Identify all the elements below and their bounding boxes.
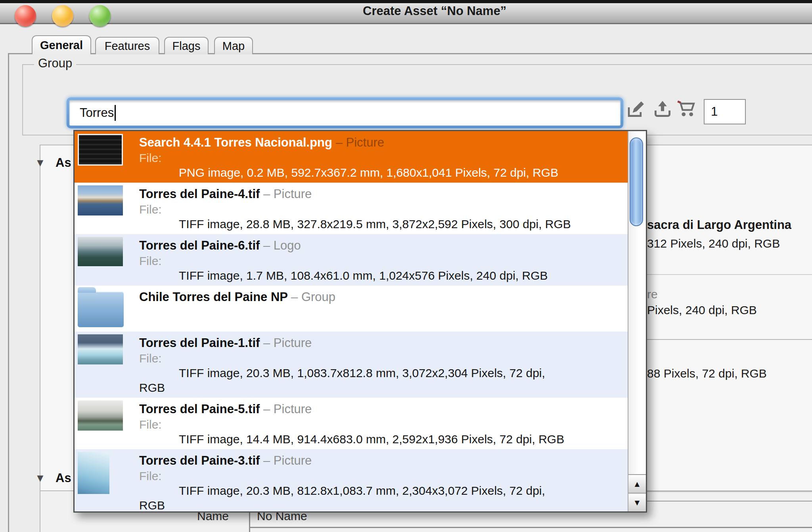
tab-flags[interactable]: Flags	[164, 37, 209, 54]
suggestions-list: Search 4.4.1 Torres Nacional.png – Pictu…	[75, 131, 628, 511]
item-name: Torres del Paine-5.tif	[139, 402, 260, 416]
file-label: File:	[139, 254, 162, 267]
file-info: PNG image, 0.2 MB, 592.7x367.2 mm, 1,680…	[179, 166, 558, 179]
zoom-button[interactable]	[89, 5, 111, 27]
asset-detail-fragment: 88 Pixels, 72 dpi, RGB	[647, 367, 812, 380]
tab-label: General	[40, 39, 83, 52]
list-item[interactable]: Search 4.4.1 Torres Nacional.png – Pictu…	[75, 131, 628, 183]
item-name: Torres del Paine-4.tif	[139, 187, 260, 201]
item-type: – Group	[291, 290, 335, 304]
tab-label: Features	[105, 40, 150, 53]
asset-title-fragment: sacra di Largo Argentina	[647, 218, 812, 232]
asset-row-fragment[interactable]: re Pixels, 240 dpi, RGB	[647, 288, 812, 317]
mountain-photo-thumbnail	[78, 185, 123, 215]
screenshot-thumbnail	[78, 134, 123, 166]
asset-type-fragment: re	[647, 288, 812, 301]
disclosure-triangle-icon[interactable]: ▼	[35, 472, 46, 484]
item-name: Search 4.4.1 Torres Nacional.png	[139, 135, 332, 149]
minimize-button[interactable]	[52, 5, 73, 27]
group-fieldset-label: Group	[34, 56, 76, 71]
cart-icon[interactable]	[676, 100, 696, 120]
count-input[interactable]: 1	[704, 99, 746, 124]
scroll-up-button[interactable]: ▲	[628, 474, 646, 493]
item-name: Chile Torres del Paine NP	[139, 290, 287, 304]
upload-icon[interactable]	[653, 100, 672, 120]
file-label: File:	[139, 151, 162, 164]
tab-features[interactable]: Features	[95, 37, 159, 54]
asset-row-fragment[interactable]: sacra di Largo Argentina 312 Pixels, 240…	[647, 218, 812, 250]
row-divider	[646, 339, 812, 340]
ice-photo-thumbnail	[78, 452, 109, 494]
item-name: Torres del Paine-6.tif	[139, 238, 260, 252]
scrollbar-thumb[interactable]	[630, 137, 643, 226]
down-arrow-icon: ▼	[633, 498, 642, 507]
item-name: Torres del Paine-3.tif	[139, 454, 260, 467]
box-border-line	[646, 491, 812, 492]
box-border-line	[646, 501, 812, 501]
item-type: – Picture	[263, 454, 312, 467]
glacier-photo-thumbnail	[78, 334, 123, 364]
list-item[interactable]: Torres del Paine-5.tif – Picture File: T…	[75, 398, 628, 449]
screen-top-strip	[0, 0, 812, 3]
asset-detail-fragment: Pixels, 240 dpi, RGB	[647, 303, 812, 317]
file-label: File:	[139, 203, 162, 216]
disclosure-triangle-icon[interactable]: ▼	[35, 157, 46, 169]
file-info: TIFF image, 1.7 MB, 108.4x61.0 mm, 1,024…	[179, 269, 548, 282]
folder-icon	[78, 292, 124, 327]
scroll-down-button[interactable]: ▼	[628, 493, 646, 511]
tab-label: Flags	[172, 40, 201, 53]
tab-general[interactable]: General	[32, 35, 91, 54]
item-name: Torres del Paine-1.tif	[139, 336, 260, 350]
create-asset-window: Create Asset “No Name” General Features …	[0, 0, 812, 532]
file-label: File:	[139, 352, 162, 365]
asset-detail-fragment: 312 Pixels, 240 dpi, RGB	[647, 237, 812, 250]
file-info: TIFF image, 20.3 MB, 1,083.7x812.8 mm, 3…	[139, 366, 545, 394]
group-search-input[interactable]: Torres	[67, 97, 623, 128]
file-label: File:	[139, 418, 162, 431]
group-suggestions-dropdown: Search 4.4.1 Torres Nacional.png – Pictu…	[73, 130, 647, 513]
table-divider	[249, 527, 812, 528]
list-item[interactable]: Torres del Paine-1.tif – Picture File: T…	[75, 332, 628, 398]
asset-row-fragment[interactable]: 88 Pixels, 72 dpi, RGB	[647, 367, 812, 380]
file-info: TIFF image, 14.4 MB, 914.4x683.0 mm, 2,5…	[179, 433, 564, 446]
tab-label: Map	[222, 40, 245, 53]
window-title: Create Asset “No Name”	[363, 4, 506, 18]
assets-section-label: As	[56, 156, 71, 170]
list-item[interactable]: Torres del Paine-3.tif – Picture File: T…	[75, 449, 628, 511]
assets-section-label: As	[56, 471, 71, 485]
cloudy-lake-photo-thumbnail	[78, 400, 123, 431]
lake-photo-thumbnail	[78, 237, 123, 266]
item-type: – Picture	[263, 336, 312, 350]
file-info: TIFF image, 20.3 MB, 812.8x1,083.7 mm, 2…	[139, 484, 545, 511]
item-type: – Logo	[263, 238, 301, 252]
up-arrow-icon: ▲	[633, 479, 642, 489]
item-type: – Picture	[263, 402, 312, 416]
row-divider	[646, 274, 812, 275]
text-caret	[115, 105, 116, 121]
edit-icon[interactable]	[627, 100, 645, 120]
count-value: 1	[711, 105, 718, 119]
file-info: TIFF image, 28.8 MB, 327.8x219.5 mm, 3,8…	[179, 217, 571, 231]
close-button[interactable]	[15, 5, 36, 27]
list-item[interactable]: Chile Torres del Paine NP – Group	[75, 286, 628, 332]
list-item[interactable]: Torres del Paine-4.tif – Picture File: T…	[75, 183, 628, 234]
item-type: – Picture	[263, 187, 312, 201]
item-type: – Picture	[336, 135, 384, 149]
scrollbar-track[interactable]: ▲ ▼	[628, 131, 646, 511]
list-item[interactable]: Torres del Paine-6.tif – Logo File: TIFF…	[75, 234, 628, 286]
group-search-value: Torres	[80, 106, 114, 120]
file-label: File:	[139, 469, 162, 482]
tab-map[interactable]: Map	[214, 37, 253, 54]
